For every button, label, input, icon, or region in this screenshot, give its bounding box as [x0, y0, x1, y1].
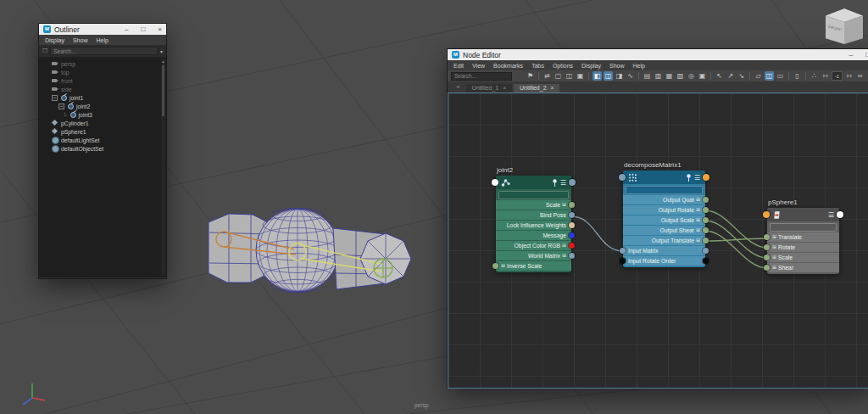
wire-bindpose-to-inputmatrix[interactable] — [571, 216, 623, 251]
output-connections-icon[interactable]: ◨ — [615, 71, 624, 81]
toolbar-search-input[interactable] — [451, 72, 512, 81]
expander-icon[interactable]: − — [52, 95, 58, 101]
attr-row-scale[interactable]: ⊞ Scale ⊞ — [767, 253, 839, 262]
duplicate-nodes-icon[interactable]: ▣ — [576, 71, 585, 81]
layout-columns-icon[interactable]: ▥ — [654, 71, 663, 81]
attr-row-output-scale[interactable]: ⊞ Output Scale ⊞ — [623, 215, 705, 225]
scrollbar[interactable]: ▲ — [161, 59, 165, 276]
hamburger-menu-icon[interactable]: ☰ — [694, 173, 700, 182]
attr-row-scale[interactable]: ⊞ Scale ⊞ — [496, 200, 571, 210]
compound-expand-icon[interactable]: ⊞ — [772, 253, 776, 262]
add-nodes-icon[interactable]: ▢ — [554, 71, 563, 81]
input-port[interactable] — [764, 265, 770, 271]
outliner-item-psphere1[interactable]: − pSphere1 — [39, 127, 166, 136]
compound-expand-icon[interactable]: ⊞ — [562, 200, 566, 210]
menu-bookmarks[interactable]: Bookmarks — [493, 63, 523, 69]
header-output-port[interactable] — [837, 211, 843, 218]
scrollbar-thumb[interactable] — [162, 65, 164, 116]
header-output-port[interactable] — [569, 179, 576, 186]
filter-connections-icon[interactable]: ∿ — [626, 71, 635, 81]
pin-icon[interactable] — [686, 174, 692, 182]
menu-help[interactable]: Help — [633, 63, 645, 69]
hamburger-menu-icon[interactable]: ☰ — [560, 178, 566, 187]
outliner-item-defaultlightset[interactable]: − defaultLightSet — [39, 136, 166, 144]
layout-rows-icon[interactable]: ▤ — [643, 71, 652, 81]
compound-expand-icon[interactable]: ⊞ — [696, 195, 700, 204]
hamburger-menu-icon[interactable]: ☰ — [828, 210, 834, 220]
attr-row-inverse-scale[interactable]: ⊞ Inverse Scale ⊞ — [496, 261, 571, 271]
chevron-down-icon[interactable]: ▾ — [160, 48, 163, 54]
tab-untitled-1[interactable]: Untitled_1 × — [466, 84, 512, 92]
select-downstream-icon[interactable]: ↘ — [737, 71, 746, 81]
outliner-item-persp[interactable]: − persp — [39, 59, 166, 68]
scroll-up-icon[interactable]: ▲ — [161, 59, 165, 64]
output-port[interactable] — [569, 222, 575, 228]
outliner-item-front[interactable]: − front — [39, 76, 166, 85]
node-name-field[interactable] — [770, 223, 837, 232]
node-header[interactable]: ☰ — [496, 176, 571, 189]
output-port[interactable] — [703, 197, 709, 203]
pin-inputs-icon[interactable]: ∴ — [810, 71, 819, 81]
outliner-search-input[interactable] — [50, 47, 158, 55]
node-graph-canvas[interactable]: joint2 ☰ — [448, 92, 868, 389]
input-connections-icon[interactable]: ◧ — [593, 71, 602, 81]
compound-expand-icon[interactable]: ⊞ — [696, 205, 700, 215]
expander-icon[interactable]: − — [58, 104, 64, 109]
compound-expand-icon[interactable]: ⊞ — [696, 236, 700, 245]
bookmark-new-icon[interactable]: ▱ — [754, 71, 763, 81]
header-input-port[interactable] — [492, 179, 498, 186]
attr-row-rotate[interactable]: ⊞ Rotate ⊞ — [767, 243, 839, 252]
pcylinder-mesh-right[interactable] — [333, 228, 411, 289]
input-port[interactable] — [492, 263, 498, 269]
minimize-button[interactable]: – — [125, 24, 128, 35]
remove-nodes-icon[interactable]: ◫ — [565, 71, 574, 81]
tab-untitled-2[interactable]: Untitled_2 × — [514, 84, 559, 92]
input-port[interactable] — [764, 255, 770, 260]
tab-close-icon[interactable]: × — [503, 85, 506, 91]
outliner-titlebar[interactable]: M Outliner – □ × — [39, 24, 166, 35]
compound-expand-icon[interactable]: ⊞ — [562, 251, 566, 260]
frame-all-icon[interactable]: ◎ — [687, 71, 696, 81]
outliner-item-top[interactable]: − top — [39, 68, 166, 76]
new-tab-button[interactable]: + — [452, 83, 465, 92]
header-input-port[interactable] — [763, 211, 770, 218]
wire-outputshear-to-shear[interactable] — [705, 231, 767, 268]
expand-all-icon[interactable]: ∞ — [855, 71, 865, 81]
pin-icon[interactable] — [552, 179, 558, 187]
wire-outputscale-to-scale[interactable] — [705, 221, 767, 258]
output-port[interactable] — [569, 232, 575, 238]
attr-row-world-matrix[interactable]: ⊞ World Matrix ⊞ — [496, 251, 571, 260]
wire-outputrotate-to-rotate[interactable] — [705, 210, 767, 248]
input-port[interactable] — [620, 248, 626, 254]
outliner-item-side[interactable]: − side — [39, 85, 166, 93]
select-upstream-icon[interactable]: ↗ — [726, 71, 735, 81]
node-name-field[interactable] — [626, 186, 703, 194]
menu-view[interactable]: View — [472, 63, 485, 69]
attr-row-shear[interactable]: ⊞ Shear ⊞ — [767, 263, 839, 272]
expand-inputs-icon[interactable]: ∺ — [821, 71, 830, 81]
outliner-item-pcylinder1[interactable]: − pCylinder1 — [39, 119, 166, 127]
attr-row-output-shear[interactable]: ⊞ Output Shear ⊞ — [623, 226, 705, 235]
bookmark-load-icon[interactable]: ◫ — [765, 71, 774, 81]
compound-expand-icon[interactable]: ⊞ — [501, 261, 505, 271]
wire-outputtranslate-to-translate[interactable] — [705, 238, 767, 241]
menu-show[interactable]: Show — [609, 63, 625, 69]
outliner-item-defaultobjectset[interactable]: − defaultObjectSet — [39, 144, 166, 153]
output-port[interactable] — [569, 202, 575, 208]
output-port[interactable] — [569, 253, 575, 259]
snapshot-icon[interactable]: ▣ — [698, 71, 707, 81]
view-cube[interactable]: FRONT — [826, 8, 863, 44]
select-filter-icon[interactable]: ☐ — [42, 48, 47, 54]
compound-expand-icon[interactable]: ⊞ — [772, 232, 776, 242]
compound-expand-icon[interactable]: ⊞ — [772, 263, 776, 272]
psphere-mesh[interactable] — [256, 208, 339, 292]
outliner-item-joint2[interactable]: − joint2 — [39, 102, 166, 110]
node-header[interactable]: ☰ — [767, 208, 839, 221]
compound-expand-icon[interactable]: ⊞ — [696, 215, 700, 225]
output-port[interactable] — [703, 227, 709, 233]
node-name-field[interactable] — [498, 191, 569, 199]
header-output-port[interactable] — [703, 174, 709, 181]
compound-expand-icon[interactable]: ⊞ — [562, 241, 566, 250]
node-psphere1[interactable]: pSphere1 ☰ ⊞ — [767, 208, 839, 274]
compound-expand-icon[interactable]: ⊞ — [696, 226, 700, 235]
